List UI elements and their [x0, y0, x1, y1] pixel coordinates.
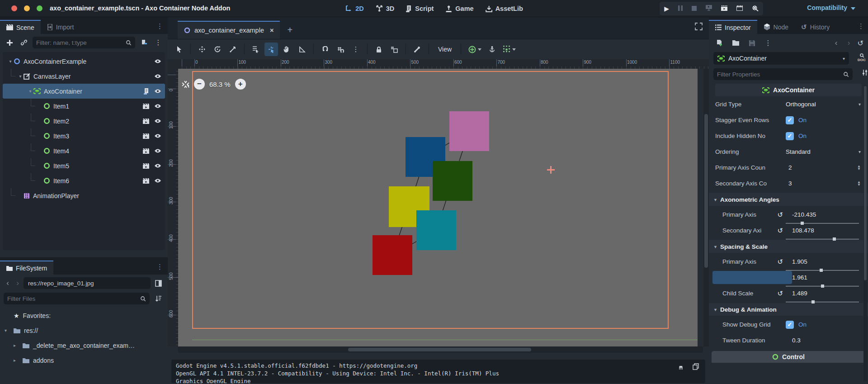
inspector-filter-input[interactable]: Filter Properties — [713, 68, 853, 80]
zoom-in-button[interactable]: + — [235, 79, 246, 90]
select-mode-button[interactable] — [172, 43, 186, 56]
edit-history-icon[interactable]: ↺ — [858, 39, 863, 47]
rotate-mode-button[interactable] — [211, 43, 224, 56]
clapper-icon[interactable] — [143, 104, 149, 109]
property-primary-axis[interactable]: Primary Axis↺1.905 — [709, 254, 868, 270]
tree-row-canvaslayer[interactable]: ▾CanvasLayer — [3, 69, 165, 84]
fs-expand-arrow[interactable]: ▸ — [14, 343, 19, 348]
copy-icon[interactable] — [693, 363, 699, 370]
fs-item-favorites-[interactable]: ★Favorites: — [5, 308, 163, 323]
clapper-icon[interactable] — [143, 133, 149, 139]
scene-menu-button[interactable]: ⋮ — [152, 37, 164, 48]
pause-icon[interactable] — [678, 5, 683, 12]
instance-scene-button[interactable] — [18, 37, 30, 48]
filesystem-path[interactable]: res://repo_image_01.jpg — [24, 277, 151, 289]
property-primary-axis-coun[interactable]: Primary Axis Coun2▲▼ — [709, 160, 868, 175]
revert-icon[interactable]: ↺ — [777, 289, 783, 298]
property-value[interactable]: 1.961 — [792, 274, 807, 281]
clear-output-icon[interactable] — [678, 363, 684, 370]
property-child-scale[interactable]: Child Scale↺1.489 — [709, 285, 868, 301]
grid-snap-button[interactable] — [334, 43, 347, 56]
square-green[interactable] — [433, 161, 472, 201]
eye-icon[interactable] — [154, 59, 161, 64]
stepper-arrows[interactable]: ▲▼ — [857, 165, 861, 171]
tab-import[interactable]: Import — [41, 20, 80, 34]
property-secondary-axis-co[interactable]: Secondary Axis Co3▲▼ — [709, 175, 868, 191]
property-secondary-axi[interactable]: Secondary Axi↺108.478 — [709, 223, 868, 238]
snap-drag-button[interactable] — [264, 43, 278, 56]
remote-debug-icon[interactable] — [706, 5, 712, 12]
tree-row-axocontainerexample[interactable]: ▾AxoContainerExample — [3, 54, 165, 69]
renderer-dropdown[interactable]: Compatibility — [807, 4, 855, 11]
eye-icon[interactable] — [154, 178, 161, 183]
movie-writer-icon[interactable] — [721, 5, 727, 12]
history-forward-button[interactable]: › — [845, 38, 853, 47]
clapper-icon[interactable] — [143, 148, 149, 154]
expand-viewport-button[interactable] — [695, 23, 703, 30]
scene-filter-input[interactable]: Filter: name, t:type — [33, 37, 135, 48]
revert-icon[interactable]: ↺ — [777, 211, 783, 219]
tab-filesystem[interactable]: FileSystem — [0, 261, 53, 275]
canvas-horizontal-scrollbar[interactable] — [178, 346, 703, 353]
inspector-options-button[interactable] — [862, 69, 868, 76]
tree-row-animationplayer[interactable]: AnimationPlayer — [3, 188, 165, 203]
tree-row-item4[interactable]: Item4 — [3, 143, 165, 158]
focus-selection-icon[interactable] — [182, 81, 189, 88]
edited-object-dropdown[interactable]: AxoContainer ▾ — [713, 52, 849, 65]
property-grid-type[interactable]: Grid TypeOrthogonal▾ — [709, 96, 868, 112]
clapper-icon[interactable] — [143, 119, 149, 124]
script-icon[interactable] — [144, 88, 149, 95]
canvas-2d[interactable]: − 68.3 % + — [178, 69, 698, 346]
canvas-vertical-scrollbar[interactable] — [703, 69, 709, 346]
property-stagger-even-rows[interactable]: Stagger Even Rows✓On — [709, 112, 868, 128]
load-resource-button[interactable] — [730, 38, 741, 48]
eye-icon[interactable] — [154, 163, 161, 168]
group-button[interactable] — [387, 43, 401, 56]
anchor-mode-dropdown[interactable] — [486, 43, 498, 56]
skeleton-button[interactable] — [410, 43, 424, 56]
nav-back-button[interactable]: ‹ — [4, 279, 12, 288]
property-include-hidden-no[interactable]: Include Hidden No✓On — [709, 128, 868, 144]
tab-history[interactable]: ↺History — [795, 20, 836, 34]
eye-icon[interactable] — [154, 133, 161, 138]
property-ordering[interactable]: OrderingStandard▾ — [709, 144, 868, 160]
workspace-2d[interactable]: 2D — [345, 5, 364, 12]
tree-row-axocontainer[interactable]: ▾AxoContainer — [3, 84, 165, 99]
play-icon[interactable]: ▶ — [664, 5, 669, 12]
container-sizing-dropdown[interactable] — [500, 43, 519, 56]
attach-script-button[interactable] — [138, 37, 150, 48]
section-spacing-scale[interactable]: ▾Spacing & Scale — [709, 240, 868, 253]
view-menu[interactable]: View — [434, 46, 456, 53]
open-docs-button[interactable]: DOC — [858, 53, 866, 62]
inspector-menu-button[interactable]: ⋮ — [858, 22, 864, 30]
property-value[interactable]: 0.3 — [792, 337, 801, 344]
tree-row-item1[interactable]: Item1 — [3, 99, 165, 114]
revert-icon[interactable]: ↺ — [777, 227, 783, 235]
section-axonometric-angles[interactable]: ▾Axonometric Angles — [709, 193, 868, 206]
close-tab-icon[interactable]: × — [270, 27, 274, 34]
slider-track[interactable] — [786, 302, 859, 303]
property-value[interactable]: 108.478 — [792, 227, 814, 234]
history-back-button[interactable]: ‹ — [832, 38, 840, 47]
add-node-button[interactable] — [4, 37, 15, 48]
slider-thumb[interactable] — [833, 237, 836, 241]
tree-expand-arrow[interactable]: ▾ — [27, 89, 33, 94]
fs-item-res-[interactable]: ▾res:// — [5, 323, 163, 338]
tree-expand-arrow[interactable]: ▾ — [17, 74, 24, 79]
fs-expand-arrow[interactable]: ▸ — [14, 358, 19, 363]
scene-dock-menu-button[interactable]: ⋮ — [156, 22, 163, 30]
revert-icon[interactable]: ↺ — [777, 258, 783, 266]
inspector-scrollbar[interactable] — [863, 85, 867, 381]
tab-node[interactable]: Node — [757, 20, 795, 34]
property-primary-axis[interactable]: Primary Axis↺-210.435 — [709, 207, 868, 223]
fs-item-addons[interactable]: ▸addons — [5, 353, 163, 368]
scene-tab[interactable]: axo_container_example × — [178, 21, 280, 39]
eye-icon[interactable] — [154, 104, 161, 109]
section-debug-animation[interactable]: ▾Debug & Animation — [709, 303, 868, 316]
resource-menu-button[interactable]: ⋮ — [762, 38, 774, 48]
stepper-arrows[interactable]: ▲▼ — [857, 181, 861, 186]
eye-icon[interactable] — [154, 119, 161, 123]
close-window-button[interactable] — [11, 5, 17, 11]
checkbox-checked[interactable]: ✓ — [786, 132, 794, 140]
eye-icon[interactable] — [154, 74, 161, 79]
